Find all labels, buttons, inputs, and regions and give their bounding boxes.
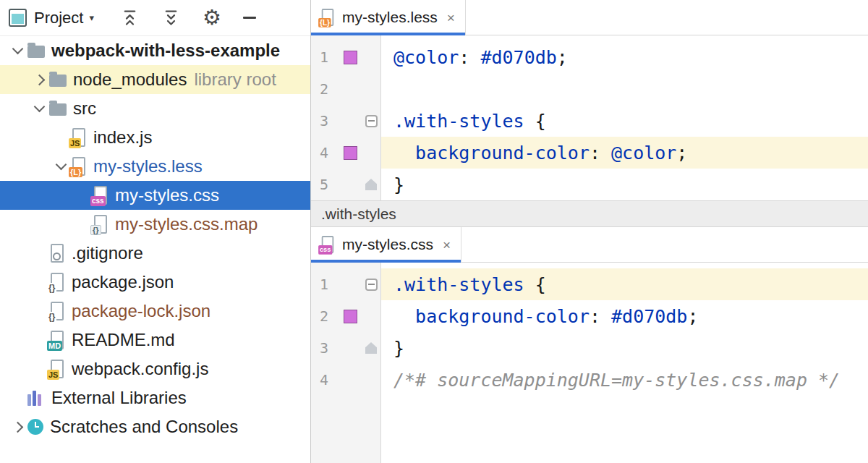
code-line[interactable]: background-color: #d070db; xyxy=(381,300,868,332)
line-number: 4 xyxy=(311,144,339,161)
project-tool-window-icon[interactable] xyxy=(9,9,27,27)
fold-end-icon[interactable] xyxy=(365,342,377,354)
fold-end-icon[interactable] xyxy=(365,179,377,190)
css-badge: css xyxy=(318,245,332,255)
tab-label: my-styles.less xyxy=(342,9,438,26)
css-icon: css xyxy=(93,186,109,205)
gutter-line: 3 xyxy=(311,105,380,137)
top-editor-body[interactable]: 12345 @color: #d070db;.with-styles { bac… xyxy=(311,35,868,200)
tree-item-gitignore[interactable]: .gitignore xyxy=(0,239,310,268)
project-panel-title[interactable]: Project xyxy=(34,9,83,27)
line-number: 5 xyxy=(311,176,339,193)
tree-item-my-styles-css-map[interactable]: {}my-styles.css.map xyxy=(0,210,310,239)
chevron-down-icon[interactable] xyxy=(29,106,49,111)
libraries-icon xyxy=(27,390,45,406)
tree-item-label: src xyxy=(73,98,96,119)
tree-item-external-libraries[interactable]: External Libraries xyxy=(0,383,310,412)
tree-item-label: webpack.config.js xyxy=(72,359,208,379)
breadcrumb-item[interactable]: .with-styles xyxy=(321,205,396,223)
line-number: 4 xyxy=(311,371,339,388)
tree-item-label: Scratches and Consoles xyxy=(50,417,238,437)
json-icon: {} xyxy=(49,302,65,320)
map-icon: {} xyxy=(93,215,109,234)
code-line[interactable]: .with-styles { xyxy=(381,268,868,300)
json-icon: {} xyxy=(49,273,65,292)
color-swatch[interactable] xyxy=(344,310,357,323)
code-line[interactable]: @color: #d070db; xyxy=(381,41,868,73)
folder-icon xyxy=(27,46,45,58)
tree-item-package-json[interactable]: {}package.json xyxy=(0,268,310,297)
color-swatch[interactable] xyxy=(344,51,357,64)
dropdown-caret-icon[interactable]: ▾ xyxy=(89,12,94,23)
swatch-cell xyxy=(339,310,362,323)
tree-item-webpack-with-less-example[interactable]: webpack-with-less-example xyxy=(0,36,310,65)
tree-item-label: node_modules xyxy=(73,69,187,90)
scratches-icon xyxy=(27,419,43,435)
close-tab-icon[interactable]: × xyxy=(447,11,455,25)
swatch-cell xyxy=(339,51,362,64)
tree-item-scratches-and-consoles[interactable]: Scratches and Consoles xyxy=(0,412,310,441)
gutter-line: 4 xyxy=(311,364,380,396)
top-editor-code[interactable]: @color: #d070db;.with-styles { backgroun… xyxy=(381,35,868,200)
chevron-down-icon[interactable] xyxy=(7,48,27,53)
fold-cell xyxy=(362,179,380,190)
editor-top: {L} my-styles.less × 12345 @color: #d070… xyxy=(311,0,868,200)
chevron-right-icon[interactable] xyxy=(29,76,49,84)
code-line[interactable]: .with-styles { xyxy=(381,105,868,137)
tree-item-webpack-config-js[interactable]: JSwebpack.config.js xyxy=(0,354,310,383)
settings-gear-icon[interactable]: ⚙ xyxy=(203,7,221,28)
bottom-editor-code[interactable]: .with-styles { background-color: #d070db… xyxy=(381,263,868,463)
code-line[interactable]: } xyxy=(381,332,868,364)
tree-item-my-styles-css[interactable]: cssmy-styles.css xyxy=(0,181,310,210)
tree-item-label: my-styles.less xyxy=(93,156,203,177)
js-icon: JS xyxy=(71,128,87,147)
line-number: 3 xyxy=(311,112,339,129)
tree-item-label: .gitignore xyxy=(72,243,143,263)
chevron-right-icon[interactable] xyxy=(7,423,27,431)
less-icon: {L} xyxy=(71,157,87,176)
tree-item-src[interactable]: src xyxy=(0,94,310,123)
tree-item-package-lock-json[interactable]: {}package-lock.json xyxy=(0,297,310,326)
less-badge: {L} xyxy=(318,18,331,27)
gutter-line: 1 xyxy=(311,268,380,300)
line-number: 2 xyxy=(311,307,339,325)
editor-bottom: css my-styles.css × 1234 .with-styles { … xyxy=(311,227,868,463)
gitignore-icon xyxy=(49,244,65,263)
hide-panel-icon[interactable] xyxy=(243,17,256,19)
expand-all-icon[interactable] xyxy=(161,8,181,27)
collapse-all-icon[interactable] xyxy=(120,8,140,27)
fold-start-icon[interactable] xyxy=(365,279,378,291)
fold-start-icon[interactable] xyxy=(365,115,378,127)
tree-item-index-js[interactable]: JSindex.js xyxy=(0,123,310,152)
tree-item-my-styles-less[interactable]: {L}my-styles.less xyxy=(0,152,310,181)
chevron-down-icon[interactable] xyxy=(51,164,71,169)
bottom-editor-gutter: 1234 xyxy=(311,263,381,463)
tree-item-node-modules[interactable]: node_moduleslibrary root xyxy=(0,65,310,94)
tree-item-suffix: library root xyxy=(194,69,276,90)
folder-icon xyxy=(49,75,67,87)
code-line[interactable]: } xyxy=(381,169,868,200)
tree-item-readme-md[interactable]: MDREADME.md xyxy=(0,326,310,354)
project-panel: Project ▾ ⚙ webpack-with-less-examplenod… xyxy=(0,0,311,463)
toolbar-icons: ⚙ xyxy=(120,7,256,28)
top-editor-gutter: 12345 xyxy=(311,35,381,200)
tab-my-styles-css[interactable]: css my-styles.css × xyxy=(311,227,461,262)
color-swatch[interactable] xyxy=(344,146,357,160)
tree-item-label: my-styles.css.map xyxy=(115,214,258,234)
close-tab-icon[interactable]: × xyxy=(443,238,451,252)
css-file-icon: css xyxy=(320,236,335,253)
tree-item-label: index.js xyxy=(93,127,152,148)
tab-my-styles-less[interactable]: {L} my-styles.less × xyxy=(311,0,466,35)
bottom-editor-body[interactable]: 1234 .with-styles { background-color: #d… xyxy=(311,263,868,463)
code-line[interactable]: background-color: @color; xyxy=(381,137,868,169)
gutter-line: 1 xyxy=(311,41,380,73)
less-file-icon: {L} xyxy=(320,9,335,26)
code-line[interactable]: /*# sourceMappingURL=my-styles.css.map *… xyxy=(381,364,868,396)
project-toolbar: Project ▾ ⚙ xyxy=(0,0,310,36)
gutter-line: 3 xyxy=(311,332,380,364)
editor-area: {L} my-styles.less × 12345 @color: #d070… xyxy=(311,0,868,463)
line-number: 1 xyxy=(311,48,339,66)
fold-cell xyxy=(362,115,380,127)
code-line[interactable] xyxy=(381,73,868,105)
fold-cell xyxy=(362,279,380,291)
